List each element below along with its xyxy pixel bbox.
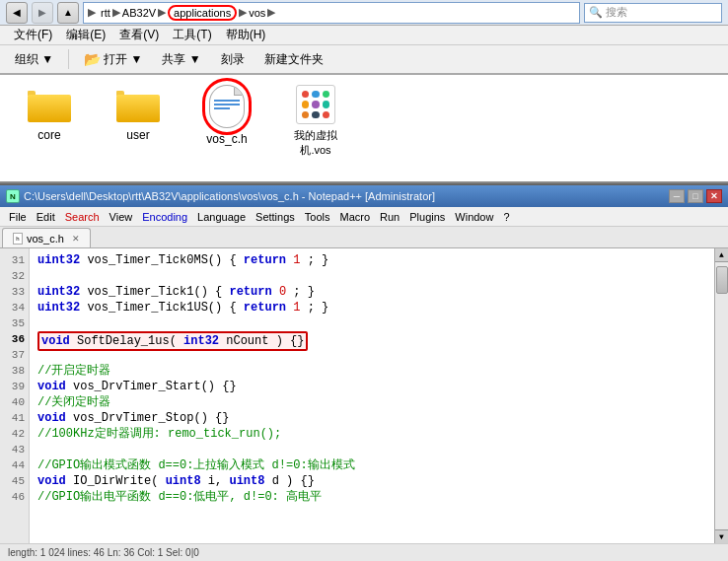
code-line-39: void vos_DrvTimer_Start() {}: [37, 379, 706, 394]
code-area: 31 32 33 34 35 36 37 38 39 40 41 42 43 4…: [0, 248, 728, 543]
forward-btn[interactable]: ▶: [32, 2, 53, 24]
address-bar-row: ◀ ▶ ▲ ▶ rtt ▶ AB32V ▶ applications ▶ vos…: [0, 0, 728, 26]
code-line-45: void IO_DirWrite( uint8 i, uint8 d ) {}: [37, 473, 706, 489]
folder-icon-core: [28, 85, 71, 124]
npp-menu-edit[interactable]: Edit: [32, 210, 60, 224]
npp-menu-run[interactable]: Run: [375, 210, 404, 224]
open-btn[interactable]: 📂 打开 ▼: [77, 48, 149, 71]
npp-title: C:\Users\dell\Desktop\rtt\AB32V\applicat…: [24, 190, 435, 202]
npp-menu-tools[interactable]: Tools: [300, 210, 335, 224]
code-line-40: //关闭定时器: [37, 394, 706, 410]
close-btn[interactable]: ✕: [706, 189, 722, 203]
npp-menu-language[interactable]: Language: [192, 210, 251, 224]
npp-menubar: File Edit Search View Encoding Language …: [0, 207, 728, 227]
scroll-down-btn[interactable]: ▼: [715, 529, 729, 543]
tab-label: vos_c.h: [27, 233, 64, 245]
code-line-33: uint32 vos_Timer_Tick1() { return 0 ; }: [37, 284, 706, 300]
npp-tab-vos-c-h[interactable]: h vos_c.h ✕: [2, 228, 91, 247]
up-btn[interactable]: ▲: [57, 2, 79, 24]
file-icon-vos-c-h[interactable]: vos_c.h: [197, 85, 256, 146]
npp-tabbar: h vos_c.h ✕: [0, 227, 728, 248]
npp-icon: N: [6, 189, 20, 203]
document-icon: [209, 85, 245, 128]
npp-titlebar: N C:\Users\dell\Desktop\rtt\AB32V\applic…: [0, 185, 728, 207]
line-numbers: 31 32 33 34 35 36 37 38 39 40 41 42 43 4…: [0, 248, 30, 543]
code-line-32: [37, 268, 706, 284]
scrollbar-thumb[interactable]: [716, 266, 728, 294]
code-line-35: [37, 316, 706, 331]
npp-statusbar: length: 1 024 lines: 46 Ln: 36 Col: 1 Se…: [0, 543, 728, 561]
file-label: user: [126, 128, 149, 142]
minimize-btn[interactable]: ─: [669, 189, 685, 203]
npp-menu-encoding[interactable]: Encoding: [137, 210, 192, 224]
folder-icon-user: [116, 85, 160, 124]
npp-menu-plugins[interactable]: Plugins: [404, 210, 450, 224]
npp-menu-macro[interactable]: Macro: [334, 210, 375, 224]
code-line-46: //GPIO输出电平函数 d==0:低电平, d!=0: 高电平: [37, 489, 706, 505]
code-line-41: void vos_DrvTimer_Stop() {}: [37, 410, 706, 426]
npp-menu-file[interactable]: File: [4, 210, 32, 224]
code-content[interactable]: uint32 vos_Timer_Tick0MS() { return 1 ; …: [30, 248, 714, 543]
burn-btn[interactable]: 刻录: [214, 48, 252, 71]
menu-edit[interactable]: 编辑(E): [60, 25, 111, 45]
organize-btn[interactable]: 组织 ▼: [8, 48, 60, 71]
file-label: vos_c.h: [206, 132, 247, 146]
vertical-scrollbar[interactable]: ▲ ▼: [714, 248, 728, 543]
share-btn[interactable]: 共享 ▼: [155, 48, 207, 71]
tab-close-icon[interactable]: ✕: [72, 234, 80, 244]
breadcrumb: ▶ rtt ▶ AB32V ▶ applications ▶ vos ▶: [88, 5, 275, 21]
npp-menu-view[interactable]: View: [105, 210, 138, 224]
code-line-31: uint32 vos_Timer_Tick0MS() { return 1 ; …: [37, 252, 706, 268]
back-btn[interactable]: ◀: [6, 2, 28, 24]
file-icon-vos[interactable]: 我的虚拟 机.vos: [286, 85, 345, 158]
maximize-btn[interactable]: □: [688, 189, 703, 203]
menu-file[interactable]: 文件(F): [8, 25, 58, 45]
explorer-menubar: 文件(F) 编辑(E) 查看(V) 工具(T) 帮助(H): [0, 26, 728, 45]
code-line-34: uint32 vos_Timer_Tick1US() { return 1 ; …: [37, 300, 706, 316]
search-box[interactable]: 🔍 搜索: [584, 3, 722, 23]
address-bar[interactable]: ▶ rtt ▶ AB32V ▶ applications ▶ vos ▶: [83, 2, 580, 24]
scroll-up-btn[interactable]: ▲: [715, 248, 729, 262]
status-position: length: 1 024 lines: 46 Ln: 36 Col: 1 Se…: [8, 547, 199, 558]
npp-menu-search[interactable]: Search: [60, 210, 105, 224]
npp-menu-settings[interactable]: Settings: [251, 210, 300, 224]
npp-menu-help[interactable]: ?: [498, 210, 514, 224]
tab-file-icon: h: [13, 233, 23, 245]
explorer-toolbar: 组织 ▼ 📂 打开 ▼ 共享 ▼ 刻录 新建文件夹: [0, 45, 728, 75]
explorer-window: ◀ ▶ ▲ ▶ rtt ▶ AB32V ▶ applications ▶ vos…: [0, 0, 728, 561]
files-area: core user vos_c.h: [0, 75, 728, 183]
file-icon-user[interactable]: user: [109, 85, 168, 142]
menu-view[interactable]: 查看(V): [113, 25, 165, 45]
code-line-42: //100KHz定时器调用: remo_tick_run();: [37, 426, 706, 442]
npp-menu-window[interactable]: Window: [450, 210, 498, 224]
new-folder-btn[interactable]: 新建文件夹: [257, 48, 330, 71]
code-line-38: //开启定时器: [37, 363, 706, 379]
vos-icon: [296, 85, 335, 124]
code-line-44: //GPIO输出模式函数 d==0:上拉输入模式 d!=0:输出模式: [37, 457, 706, 473]
menu-tools[interactable]: 工具(T): [167, 25, 217, 45]
menu-help[interactable]: 帮助(H): [220, 25, 272, 45]
file-label: 我的虚拟 机.vos: [294, 128, 337, 158]
code-line-43: [37, 442, 706, 457]
notepad-window: N C:\Users\dell\Desktop\rtt\AB32V\applic…: [0, 183, 728, 561]
file-icon-core[interactable]: core: [20, 85, 79, 142]
code-line-36: void SoftDelay_1us( int32 nCount ) {}: [37, 331, 706, 347]
file-label: core: [37, 128, 60, 142]
